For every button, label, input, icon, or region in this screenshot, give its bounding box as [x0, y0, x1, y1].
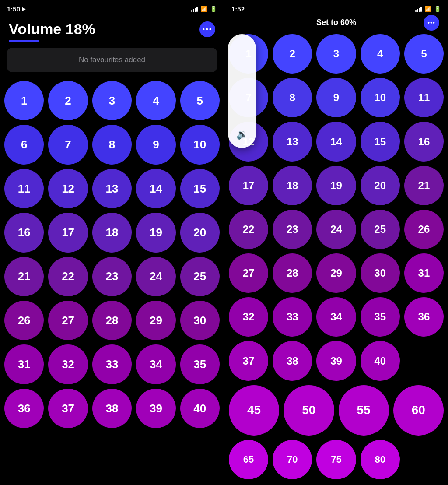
- left-num-btn-2[interactable]: 2: [48, 81, 88, 120]
- left-num-btn-36[interactable]: 36: [4, 389, 44, 428]
- right-partial-row: 65707580: [224, 440, 448, 479]
- right-num-btn-17[interactable]: 17: [229, 166, 268, 205]
- left-num-btn-3[interactable]: 3: [92, 81, 132, 120]
- left-num-btn-11[interactable]: 11: [4, 169, 44, 208]
- left-num-btn-7[interactable]: 7: [48, 125, 88, 164]
- right-special-btn-45[interactable]: 45: [229, 385, 279, 436]
- left-num-btn-26[interactable]: 26: [4, 301, 44, 340]
- status-icons-right: 📶 🔋: [415, 6, 441, 12]
- no-favourites-text: No favourites added: [79, 56, 145, 64]
- right-partial-btn-70[interactable]: 70: [273, 440, 312, 479]
- left-num-btn-27[interactable]: 27: [48, 301, 88, 340]
- right-num-btn-25[interactable]: 25: [360, 210, 400, 249]
- left-num-btn-29[interactable]: 29: [136, 301, 175, 340]
- right-num-btn-10[interactable]: 10: [360, 78, 400, 117]
- no-favourites-box: No favourites added: [7, 48, 217, 72]
- right-num-btn-27[interactable]: 27: [229, 253, 268, 293]
- left-num-btn-22[interactable]: 22: [48, 257, 88, 296]
- left-num-btn-34[interactable]: 34: [136, 344, 175, 384]
- left-num-btn-8[interactable]: 8: [92, 125, 132, 164]
- left-num-btn-21[interactable]: 21: [4, 257, 44, 296]
- left-num-btn-16[interactable]: 16: [4, 213, 44, 252]
- right-num-btn-18[interactable]: 18: [273, 166, 312, 205]
- right-num-btn-31[interactable]: 31: [404, 253, 444, 293]
- right-num-btn-19[interactable]: 19: [316, 166, 356, 205]
- left-num-btn-28[interactable]: 28: [92, 301, 132, 340]
- right-num-btn-37[interactable]: 37: [229, 341, 268, 380]
- volume-bar: [9, 40, 39, 42]
- left-num-btn-40[interactable]: 40: [180, 389, 220, 428]
- right-num-btn-35[interactable]: 35: [360, 297, 400, 337]
- right-num-btn-34[interactable]: 34: [316, 297, 356, 337]
- right-num-btn-23[interactable]: 23: [273, 210, 312, 249]
- right-num-btn-15[interactable]: 15: [360, 122, 400, 161]
- left-num-btn-23[interactable]: 23: [92, 257, 132, 296]
- left-num-btn-18[interactable]: 18: [92, 213, 132, 252]
- signal-icon-left: [191, 7, 198, 12]
- left-num-btn-19[interactable]: 19: [136, 213, 175, 252]
- right-num-btn-4[interactable]: 4: [360, 34, 400, 74]
- left-grid-area: 1234567891011121314151617181920212223242…: [0, 81, 224, 432]
- right-special-btn-60[interactable]: 60: [393, 385, 444, 436]
- right-num-btn-24[interactable]: 24: [316, 210, 356, 249]
- right-num-btn-28[interactable]: 28: [273, 253, 312, 293]
- right-special-btn-50[interactable]: 50: [284, 385, 334, 436]
- right-num-btn-36[interactable]: 36: [404, 297, 444, 337]
- left-num-btn-24[interactable]: 24: [136, 257, 175, 296]
- right-num-btn-14[interactable]: 14: [316, 122, 356, 161]
- right-num-btn-3[interactable]: 3: [316, 34, 356, 74]
- right-num-btn-33[interactable]: 33: [273, 297, 312, 337]
- right-partial-btn-75[interactable]: 75: [316, 440, 356, 479]
- left-num-btn-20[interactable]: 20: [180, 213, 220, 252]
- left-num-btn-14[interactable]: 14: [136, 169, 175, 208]
- more-button-right[interactable]: •••: [424, 15, 439, 31]
- right-num-btn-22[interactable]: 22: [229, 210, 268, 249]
- right-num-btn-20[interactable]: 20: [360, 166, 400, 205]
- volume-title: Volume 18%: [9, 21, 95, 38]
- right-special-btn-55[interactable]: 55: [339, 385, 389, 436]
- right-num-btn-5[interactable]: 5: [404, 34, 444, 74]
- left-num-btn-39[interactable]: 39: [136, 389, 175, 428]
- right-num-btn-40[interactable]: 40: [360, 341, 400, 380]
- left-num-btn-25[interactable]: 25: [180, 257, 220, 296]
- status-bar-left: 1:50 ▶ 📶 🔋: [0, 0, 224, 16]
- right-num-btn-8[interactable]: 8: [273, 78, 312, 117]
- left-num-btn-10[interactable]: 10: [180, 125, 220, 164]
- right-num-btn-29[interactable]: 29: [316, 253, 356, 293]
- left-num-btn-4[interactable]: 4: [136, 81, 175, 120]
- volume-slider[interactable]: 🔉: [228, 34, 256, 148]
- left-num-btn-12[interactable]: 12: [48, 169, 88, 208]
- left-num-btn-32[interactable]: 32: [48, 344, 88, 384]
- left-num-btn-6[interactable]: 6: [4, 125, 44, 164]
- left-number-grid: 1234567891011121314151617181920212223242…: [4, 81, 220, 432]
- more-button-left[interactable]: •••: [200, 21, 215, 37]
- left-num-btn-15[interactable]: 15: [180, 169, 220, 208]
- left-num-btn-17[interactable]: 17: [48, 213, 88, 252]
- left-num-btn-13[interactable]: 13: [92, 169, 132, 208]
- left-num-btn-5[interactable]: 5: [180, 81, 220, 120]
- right-num-btn-38[interactable]: 38: [273, 341, 312, 380]
- right-num-btn-39[interactable]: 39: [316, 341, 356, 380]
- right-num-btn-13[interactable]: 13: [273, 122, 312, 161]
- right-partial-btn-65[interactable]: 65: [229, 440, 268, 479]
- right-num-btn-16[interactable]: 16: [404, 122, 444, 161]
- left-num-btn-35[interactable]: 35: [180, 344, 220, 384]
- right-num-btn-2[interactable]: 2: [273, 34, 312, 74]
- left-num-btn-31[interactable]: 31: [4, 344, 44, 384]
- left-num-btn-38[interactable]: 38: [92, 389, 132, 428]
- battery-icon-left: 🔋: [210, 6, 217, 12]
- right-partial-btn-80[interactable]: 80: [360, 440, 400, 479]
- left-num-btn-9[interactable]: 9: [136, 125, 175, 164]
- left-num-btn-33[interactable]: 33: [92, 344, 132, 384]
- right-panel: 1:52 📶 🔋 Set to 60% ••• 🔉 12345789101112…: [224, 0, 448, 485]
- left-num-btn-1[interactable]: 1: [4, 81, 44, 120]
- right-num-btn-11[interactable]: 11: [404, 78, 444, 117]
- left-num-btn-37[interactable]: 37: [48, 389, 88, 428]
- right-num-btn-21[interactable]: 21: [404, 166, 444, 205]
- left-num-btn-30[interactable]: 30: [180, 301, 220, 340]
- status-bar-right: 1:52 📶 🔋: [224, 0, 448, 16]
- right-num-btn-9[interactable]: 9: [316, 78, 356, 117]
- right-num-btn-26[interactable]: 26: [404, 210, 444, 249]
- right-num-btn-32[interactable]: 32: [229, 297, 268, 337]
- right-num-btn-30[interactable]: 30: [360, 253, 400, 293]
